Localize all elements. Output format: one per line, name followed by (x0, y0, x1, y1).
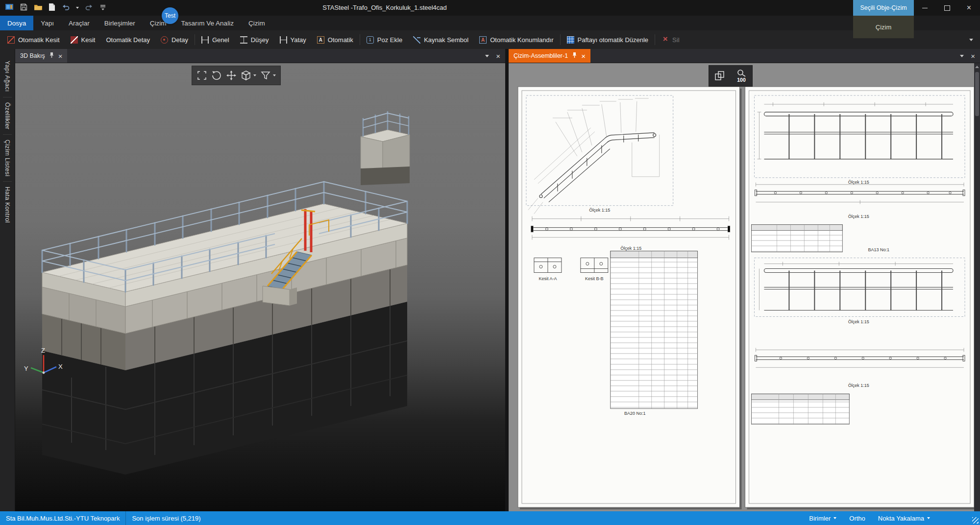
save-icon[interactable] (20, 3, 28, 13)
close-tab-icon[interactable]: × (58, 52, 63, 60)
drawing-panel: Çizim-Assembliler-1 × × (509, 49, 980, 511)
detail-icon (161, 36, 168, 44)
view-cube-icon[interactable] (241, 70, 256, 81)
ribbon-button-otomatik-konumlandir[interactable]: Otomatik Konumlandır (474, 30, 559, 49)
customize-quick-access-icon[interactable] (99, 3, 106, 12)
axis-y-label: Y (24, 365, 28, 372)
scale-label: Ölçek 1:15 (848, 383, 869, 388)
tab-3d-bakis[interactable]: 3D Bakış × (15, 49, 67, 63)
ribbon-button-otomatik-detay[interactable]: Otomatik Detay (100, 30, 155, 49)
app-logo-icon (5, 2, 14, 13)
ribbon-button-genel[interactable]: Genel (196, 30, 235, 49)
ribbon-button-label: Otomatik (328, 36, 353, 44)
sheet-layout-icon[interactable] (709, 66, 731, 86)
close-icon: × (967, 4, 971, 12)
close-panel-icon[interactable]: × (496, 52, 500, 60)
pin-icon[interactable] (572, 52, 577, 60)
redo-icon[interactable] (85, 3, 94, 13)
sidebar-item-yapi-agaci[interactable]: Yapı Ağacı (4, 56, 11, 97)
menu-araclar[interactable]: Araçlar (61, 16, 97, 30)
last-operation-label: Son işlem süresi (5,219) (126, 515, 206, 522)
statusbar-right: Birimler Ortho Nokta Yakalama (803, 515, 980, 522)
snap-dropdown[interactable]: Nokta Yakalama (872, 515, 936, 522)
tab-list-caret[interactable] (960, 55, 964, 57)
ortho-toggle[interactable]: Ortho (843, 515, 871, 522)
ribbon-button-kesit[interactable]: Kesit (65, 30, 101, 49)
sheet-2: Ölçek 1:15 (745, 87, 976, 509)
ribbon-separator (360, 34, 360, 45)
ribbon-separator (195, 34, 195, 45)
auto-dimension-icon (317, 36, 324, 44)
ribbon-overflow-caret[interactable] (969, 39, 973, 41)
close-tab-icon[interactable]: × (581, 52, 586, 60)
pin-icon[interactable] (49, 52, 54, 60)
ribbon-button-label: Genel (212, 36, 229, 44)
open-folder-icon[interactable] (34, 3, 43, 13)
undo-dropdown-caret[interactable] (76, 7, 79, 9)
units-dropdown[interactable]: Birimler (803, 515, 842, 522)
filter-caret[interactable] (273, 74, 276, 76)
units-caret (833, 517, 836, 519)
window-title: STASteel -Trafo_Ofis_Korkuluk_1.steel4ca… (0, 0, 769, 16)
context-tab-secili-obje-cizim[interactable]: Seçili Obje-Çizim (853, 0, 914, 16)
panel-splitter[interactable] (505, 49, 509, 511)
sheet-auto-arrange-icon (567, 36, 574, 44)
drawing-sheets: Ölçek 1:15 (509, 63, 980, 511)
zoom-control[interactable]: 100 (731, 66, 752, 86)
company-label: Sta Bil.Muh.Mus.Ltd.Sti.-YTU Teknopark (0, 515, 125, 522)
3d-view-tabstrip: 3D Bakış × × (15, 49, 505, 63)
scale-label: Ölçek 1:15 (848, 180, 869, 185)
titlebar-right: Seçili Obje-Çizim × (853, 0, 980, 16)
maximize-button[interactable] (936, 0, 958, 16)
scale-label: Ölçek 1:15 (848, 214, 869, 219)
new-document-icon[interactable] (49, 3, 55, 13)
close-panel-icon[interactable]: × (971, 52, 975, 60)
sidebar-item-cizim-listesi[interactable]: Çizim Listesi (4, 135, 11, 181)
minimize-button[interactable] (914, 0, 936, 16)
secondary-platform (361, 111, 410, 185)
menu-yapi[interactable]: Yapı (33, 16, 61, 30)
titlebar: STASteel -Trafo_Ofis_Korkuluk_1.steel4ca… (0, 0, 980, 16)
ribbon-button-dusey[interactable]: Düşey (235, 30, 274, 49)
menu-dosya[interactable]: Dosya (0, 16, 33, 30)
menu-tasarim-ve-analiz[interactable]: Tasarım Ve Analiz (174, 16, 241, 30)
ribbon-button-paftayi-otomatik-duzenle[interactable]: Paftayı otomatik Düzenle (562, 30, 654, 49)
orbit-icon[interactable] (211, 70, 222, 81)
sidebar-item-hata-kontrol[interactable]: Hata Kontrol (4, 182, 11, 228)
sidebar-item-ozellikler[interactable]: Özellikler (4, 97, 11, 134)
mark-add-icon (367, 36, 374, 44)
ribbon-button-otomatik-kesit[interactable]: Otomatik Kesit (2, 30, 65, 49)
ribbon-button-detay[interactable]: Detay (155, 30, 194, 49)
vertical-scrollbar[interactable] (974, 63, 980, 511)
3d-model-rendering: Z X Y (15, 63, 505, 511)
zoom-fit-icon[interactable] (196, 70, 207, 81)
scrollbar-thumb[interactable] (975, 72, 979, 116)
tab-list-caret[interactable] (485, 55, 489, 57)
delete-icon (662, 36, 669, 44)
pan-icon[interactable] (226, 70, 237, 81)
resize-grip[interactable] (972, 517, 979, 524)
close-button[interactable]: × (958, 0, 980, 16)
application-window: STASteel -Trafo_Ofis_Korkuluk_1.steel4ca… (0, 0, 980, 525)
drawing-canvas[interactable]: 100 (509, 63, 980, 511)
menubar: Dosya Yapı Araçlar Birleşimler Çizim Tas… (0, 16, 980, 30)
ribbon-button-poz-ekle[interactable]: Poz Ekle (361, 30, 408, 49)
ribbon-button-kaynak-sembol[interactable]: Kaynak Sembol (408, 30, 474, 49)
bom-table-ba13 (751, 225, 842, 252)
test-badge: Test (162, 7, 178, 24)
menu-birlesimler[interactable]: Birleşimler (97, 16, 143, 30)
ribbon-button-yatay[interactable]: Yatay (274, 30, 312, 49)
undo-icon[interactable] (61, 3, 70, 13)
vertical-dimension-icon (240, 36, 247, 44)
filter-icon[interactable] (260, 70, 276, 81)
ribbon-button-label: Paftayı otomatik Düzenle (578, 36, 649, 44)
3d-viewport[interactable]: Z X Y (15, 63, 505, 511)
tab-cizim-assembliler-1[interactable]: Çizim-Assembliler-1 × (509, 49, 590, 63)
view-cube-caret[interactable] (253, 74, 256, 76)
ribbon-separator (560, 34, 561, 45)
ribbon-button-sil[interactable]: Sil (656, 30, 685, 49)
ribbon-button-otomatik[interactable]: Otomatik (312, 30, 359, 49)
scroll-up-arrow[interactable] (975, 66, 979, 68)
menu-cizim-2[interactable]: Çizim (241, 16, 272, 30)
ribbon-context-page-cizim[interactable]: Çizim (853, 16, 914, 38)
